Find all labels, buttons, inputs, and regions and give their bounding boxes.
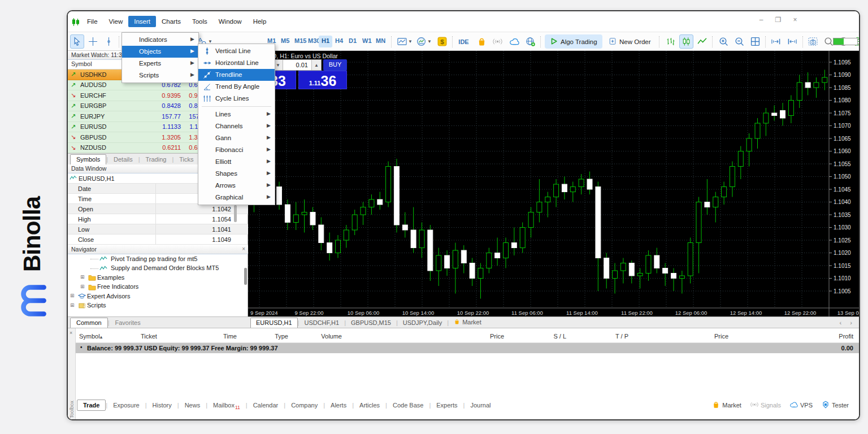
objects-menu-item-shapes[interactable]: Shapes▶ xyxy=(198,168,275,180)
cloud-button[interactable] xyxy=(507,34,522,49)
objects-menu-item-channels[interactable]: Channels▶ xyxy=(198,120,275,132)
shift-end-button[interactable] xyxy=(769,34,783,49)
tab-pager-arrows[interactable]: ‹ › xyxy=(840,319,856,326)
column-header-symbol[interactable]: Symbol ▴ xyxy=(79,333,100,340)
community-button[interactable] xyxy=(523,34,537,49)
menu-item-view[interactable]: View xyxy=(103,16,129,27)
toolbox-tab-history[interactable]: History xyxy=(147,400,177,410)
chart-tab-usdchf-h1[interactable]: USDCHF,H1 xyxy=(299,318,344,328)
algo-trading-button[interactable]: Algo Trading xyxy=(545,34,602,49)
navigator-item-pivot-trading-pp-trading-for-mt5[interactable]: Pivot Trading pp trading for mt5 xyxy=(68,254,248,264)
navigator-tab-favorites[interactable]: Favorites xyxy=(109,318,146,328)
shift-back-button[interactable] xyxy=(785,34,800,49)
objects-menu-item-elliott[interactable]: Elliott▶ xyxy=(198,156,275,168)
bar-chart-type-button[interactable] xyxy=(663,34,678,49)
chart-area[interactable]: 1.10951.10901.10851.10801.10751.10701.10… xyxy=(248,51,859,328)
objects-menu-item-cycle-lines[interactable]: Cycle Lines xyxy=(198,93,275,105)
menu-item-insert[interactable]: Insert xyxy=(128,16,156,27)
status-tester[interactable]: Tester xyxy=(822,401,849,410)
indicators-dropdown-button[interactable]: ▼ xyxy=(415,34,433,49)
chart-tab-gbpusd-m15[interactable]: GBPUSD,M15 xyxy=(346,318,396,328)
market-store-button[interactable] xyxy=(475,34,489,49)
navigator-scrollbar[interactable] xyxy=(244,268,247,285)
toolbox-tab-trade[interactable]: Trade xyxy=(77,400,106,411)
signals-button[interactable] xyxy=(491,34,505,49)
data-window-scrollbar[interactable] xyxy=(234,205,237,222)
toolbox-tab-alerts[interactable]: Alerts xyxy=(325,400,352,410)
column-header-price-8[interactable]: Price xyxy=(655,333,728,340)
close-icon[interactable]: × xyxy=(70,330,72,336)
lot-size-value[interactable]: 0.01 xyxy=(283,60,312,70)
objects-menu-item-fibonacci[interactable]: Fibonacci▶ xyxy=(198,144,275,156)
toolbox-tab-news[interactable]: News xyxy=(179,400,206,410)
timeframe-m5[interactable]: M5 xyxy=(278,36,292,47)
menu-item-tools[interactable]: Tools xyxy=(186,16,213,27)
objects-menu-item-gann[interactable]: Gann▶ xyxy=(198,132,275,144)
objects-menu-item-horizontal-line[interactable]: Horizontal Line xyxy=(198,57,275,69)
status-signals[interactable]: Signals xyxy=(750,401,781,410)
ide-button[interactable]: IDE xyxy=(457,34,471,49)
market-watch-tab-trading[interactable]: Trading xyxy=(140,155,172,164)
chart-line-style-button[interactable]: ▼ xyxy=(396,34,414,49)
timeframe-d1[interactable]: D1 xyxy=(346,36,359,47)
navigator-item-scripts[interactable]: ⊞Scripts xyxy=(68,301,248,311)
navigator-item-supply-and-demand-order-blocks-mt5[interactable]: Supply and Demand Order Blocks MT5 xyxy=(68,264,248,274)
objects-menu-item-trendline[interactable]: Trendline xyxy=(198,69,275,81)
tile-windows-button[interactable] xyxy=(748,34,762,49)
insert-menu-item-objects[interactable]: Objects▶ xyxy=(122,46,198,58)
toolbox-tab-experts[interactable]: Experts xyxy=(431,400,463,410)
chart-tab-usdjpy-daily[interactable]: USDJPY,Daily xyxy=(398,318,448,328)
insert-menu-item-experts[interactable]: Experts▶ xyxy=(122,58,198,70)
buy-price-button[interactable]: 1.11 36 xyxy=(298,71,347,89)
deposit-button[interactable]: $ xyxy=(435,34,449,49)
cursor-tool-button[interactable] xyxy=(70,34,84,49)
candlestick-chart-type-button[interactable] xyxy=(679,34,693,49)
market-watch-tab-ticks[interactable]: Ticks xyxy=(173,155,199,164)
expand-icon[interactable]: ⊞ xyxy=(70,302,75,308)
toolbox-tab-articles[interactable]: Articles xyxy=(354,400,385,410)
objects-menu-item-lines[interactable]: Lines▶ xyxy=(198,108,275,120)
navigator-tab-common[interactable]: Common xyxy=(70,318,108,328)
objects-menu-item-trend-by-angle[interactable]: Trend By Angle xyxy=(198,81,275,93)
navigator-item-free-indicators[interactable]: ⊞Free Indicators xyxy=(68,283,248,292)
objects-menu-item-graphical[interactable]: Graphical▶ xyxy=(198,192,275,203)
toolbox-tab-journal[interactable]: Journal xyxy=(465,400,496,410)
menu-item-charts[interactable]: Charts xyxy=(156,16,186,27)
expand-icon[interactable]: ⊞ xyxy=(80,274,85,280)
crosshair-tool-button[interactable] xyxy=(86,34,100,49)
timeframe-h4[interactable]: H4 xyxy=(332,36,346,47)
column-header-t-p-7[interactable]: T / P xyxy=(555,333,628,340)
navigator-item-expert-advisors[interactable]: ⊞Expert Advisors xyxy=(68,292,248,301)
menu-item-help[interactable]: Help xyxy=(248,16,272,27)
expand-icon[interactable]: ⊞ xyxy=(70,293,75,298)
close-button[interactable]: × xyxy=(791,16,799,24)
toolbox-tab-calendar[interactable]: Calendar xyxy=(248,400,284,410)
insert-menu-item-indicators[interactable]: Indicators▶ xyxy=(122,34,198,46)
column-header-ticket-1[interactable]: Ticket xyxy=(141,333,157,340)
market-watch-tab-symbols[interactable]: Symbols xyxy=(70,154,106,164)
zoom-in-button[interactable] xyxy=(717,34,731,49)
minimize-button[interactable]: – xyxy=(757,16,765,24)
new-order-button[interactable]: New Order xyxy=(604,34,656,49)
balance-row[interactable]: • Balance: 99 999.37 USD Equity: 99 999.… xyxy=(76,343,859,353)
objects-menu-item-vertical-line[interactable]: Vertical Line xyxy=(198,45,275,57)
restore-button[interactable]: ❐ xyxy=(774,16,782,24)
insert-menu-item-scripts[interactable]: Scripts▶ xyxy=(122,70,198,81)
expand-icon[interactable]: ⊞ xyxy=(80,284,85,289)
toolbox-tab-mailbox[interactable]: Mailbox11 xyxy=(207,400,246,410)
column-header-profit-9[interactable]: Profit xyxy=(780,333,853,340)
toolbox-tab-exposure[interactable]: Exposure xyxy=(107,400,145,410)
lot-increase-button[interactable]: ▲ xyxy=(312,60,321,70)
timeframe-w1[interactable]: W1 xyxy=(359,36,375,47)
buy-label-button[interactable]: BUY xyxy=(323,59,347,71)
zoom-out-button[interactable] xyxy=(732,34,747,49)
menu-item-window[interactable]: Window xyxy=(213,16,248,27)
timeframe-mn[interactable]: MN xyxy=(373,36,388,47)
screenshot-button[interactable] xyxy=(806,34,820,49)
menu-item-file[interactable]: File xyxy=(81,16,103,27)
chart-tab-market[interactable]: Market xyxy=(449,317,487,328)
chart-tab-eurusd-h1[interactable]: EURUSD,H1 xyxy=(250,318,298,328)
toolbox-tab-code-base[interactable]: Code Base xyxy=(387,400,429,410)
objects-menu-item-arrows[interactable]: Arrows▶ xyxy=(198,180,275,192)
status-market[interactable]: Market xyxy=(712,401,741,410)
